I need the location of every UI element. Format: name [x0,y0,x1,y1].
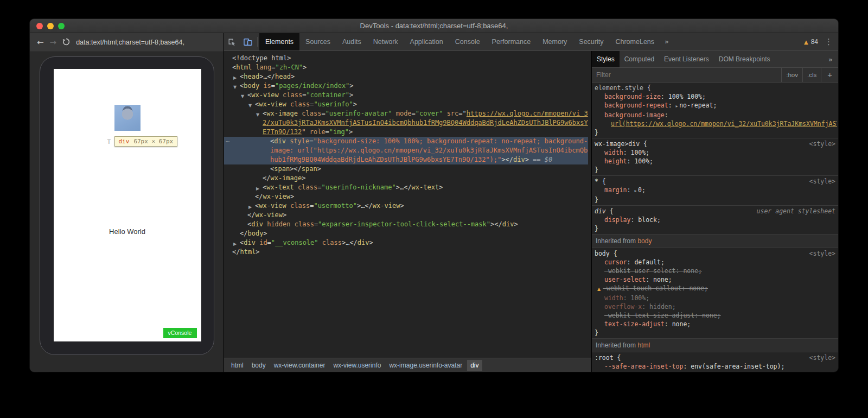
minimize-button[interactable] [47,23,54,29]
elements-pane: <!doctype html><html lang="zh-CN">▶<head… [224,51,591,372]
rule-origin[interactable]: <style> [809,353,837,362]
warning-icon: ▲ [597,287,603,292]
css-property[interactable]: --safe-area-inset-bottom: env(safe-area-… [595,371,837,372]
dom-node[interactable]: <div hidden class="exparser-inspector-to… [224,220,588,229]
css-property[interactable]: -webkit-user-select: none; [595,267,837,275]
warnings-badge[interactable]: ▲ 84 [804,38,818,46]
css-selector[interactable]: * [595,177,598,186]
css-property[interactable]: background-size: 100% 100%; [595,92,837,101]
css-property[interactable]: -webkit-text-size-adjust: none; [595,311,837,320]
dom-node[interactable]: ▼<wx-image class="userinfo-avatar" mode=… [224,109,588,137]
css-property[interactable]: background-repeat: ▸ no-repeat; [595,101,837,111]
style-rule: * {<style>margin: ▸ 0;} [592,176,838,206]
tab-application[interactable]: Application [404,33,449,50]
css-value-continuation[interactable]: url(https://wx.qlogo.cn/mmopen/vi_32/xuT… [595,119,837,128]
dom-node[interactable]: ▶<div id="__vconsole" class>…</div> [224,238,588,248]
css-property[interactable]: display: block; [595,216,837,224]
devtools-panel: ElementsSourcesAuditsNetworkApplicationC… [224,33,838,372]
breadcrumb-item[interactable]: body [248,360,269,371]
url-text[interactable]: data:text/html;charset=utf-8;base64, [76,39,184,46]
css-selector[interactable]: body [595,249,610,258]
dom-node[interactable]: ▼<body is="pages/index/index"> [224,81,588,91]
css-property[interactable]: margin: ▸ 0; [595,186,837,195]
breadcrumb-item[interactable]: wx-image.userinfo-avatar [386,360,465,371]
more-tabs-icon[interactable]: » [660,33,673,50]
styles-filter-bar: :hov .cls + [592,68,838,83]
styles-tab-computed[interactable]: Computed [620,51,659,67]
dom-node[interactable]: <html lang="zh-CN"> [224,63,588,72]
css-selector[interactable]: div [595,207,606,216]
tab-chromelens[interactable]: ChromeLens [609,33,660,50]
rule-origin[interactable]: <style> [809,177,837,186]
styles-tab-styles[interactable]: Styles [592,51,620,67]
dom-node[interactable]: </html> [224,248,588,257]
vconsole-button[interactable]: vConsole [163,328,197,338]
css-property[interactable]: --safe-area-inset-top: env(safe-area-ins… [595,362,837,371]
dom-node[interactable]: </wx-view> [224,192,588,201]
zoom-button[interactable] [58,23,65,29]
css-property[interactable]: cursor: default; [595,258,837,267]
css-property[interactable]: background-image: [595,111,837,119]
reload-icon[interactable] [62,38,70,47]
css-property[interactable]: width: 100%; [595,148,837,157]
tab-memory[interactable]: Memory [537,33,573,50]
styles-tab-dom-breakpoints[interactable]: DOM Breakpoints [714,51,775,67]
dom-node[interactable]: <!doctype html> [224,54,588,63]
css-property[interactable]: height: 100%; [595,157,837,166]
css-property[interactable]: width: 100%; [595,294,837,302]
dom-node[interactable]: ▼<wx-view class="userinfo"> [224,100,588,109]
dom-node[interactable]: </wx-view> [224,211,588,220]
css-selector[interactable]: wx-image>div [595,140,640,148]
dom-node[interactable]: <span></span> [224,164,588,174]
breadcrumb-item[interactable]: wx-view.userinfo [330,360,384,371]
rule-origin[interactable]: <style> [809,140,837,148]
css-property[interactable]: ▲-webkit-touch-callout: none; [595,284,837,294]
tab-performance[interactable]: Performance [486,33,537,50]
tab-security[interactable]: Security [573,33,609,50]
filter-input[interactable] [592,68,781,82]
inspect-highlight-overlay [114,105,141,131]
close-button[interactable] [36,23,43,29]
dom-node[interactable]: </wx-image> [224,174,588,183]
device-toolbar-icon[interactable] [240,33,256,50]
tab-elements[interactable]: Elements [259,33,299,50]
breadcrumb-item[interactable]: wx-view.container [271,360,329,371]
rule-origin[interactable]: <style> [809,249,837,258]
browser-toolbar: ← → data:text/html;charset=utf-8;base64, [30,33,224,52]
styles-tab-event-listeners[interactable]: Event Listeners [659,51,714,67]
inherited-node-link[interactable]: html [637,341,650,349]
more-actions-icon[interactable]: … [226,136,230,145]
page-viewport: T div 67px × 67px Hello World vConsole [30,52,224,372]
breadcrumb-item[interactable]: html [228,360,247,371]
css-property[interactable]: user-select: none; [595,275,837,284]
css-property[interactable]: overflow-x: hidden; [595,302,837,311]
tab-console[interactable]: Console [449,33,486,50]
breadcrumb-item[interactable]: div [467,360,482,371]
styles-more-tabs-icon[interactable]: » [823,55,838,64]
dom-node-selected[interactable]: …<div style="background-size: 100% 100%;… [224,137,588,164]
dom-node[interactable]: ▼<wx-view class="container"> [224,91,588,100]
avatar-image[interactable] [114,105,141,131]
new-style-rule-button[interactable]: + [821,68,838,82]
css-selector[interactable]: element.style [595,84,643,92]
dom-node[interactable]: ▶<head>…</head> [224,72,588,81]
css-property[interactable]: text-size-adjust: none; [595,320,837,328]
back-icon[interactable]: ← [37,39,44,47]
forward-icon[interactable]: → [50,39,57,47]
inspect-element-icon[interactable] [224,33,240,50]
dom-node[interactable]: </body> [224,229,588,238]
hov-button[interactable]: :hov [781,68,802,82]
css-selector[interactable]: :root [595,353,614,362]
tooltip-dimensions: 67px × 67px [133,138,173,145]
tab-sources[interactable]: Sources [299,33,336,50]
hello-world-text: Hello World [54,227,201,236]
dom-node[interactable]: ▶<wx-view class="usermotto">…</wx-view> [224,201,588,211]
inherited-node-link[interactable]: body [637,237,652,245]
disclosure-arrow-icon[interactable]: ▼ [256,110,259,119]
style-rule: element.style {background-size: 100% 100… [592,83,838,138]
dom-node[interactable]: ▶<wx-text class="userinfo-nickname">…</w… [224,183,588,192]
cls-button[interactable]: .cls [802,68,821,82]
devtools-menu-icon[interactable]: ⋮ [825,37,833,47]
tab-audits[interactable]: Audits [336,33,367,50]
tab-network[interactable]: Network [367,33,404,50]
